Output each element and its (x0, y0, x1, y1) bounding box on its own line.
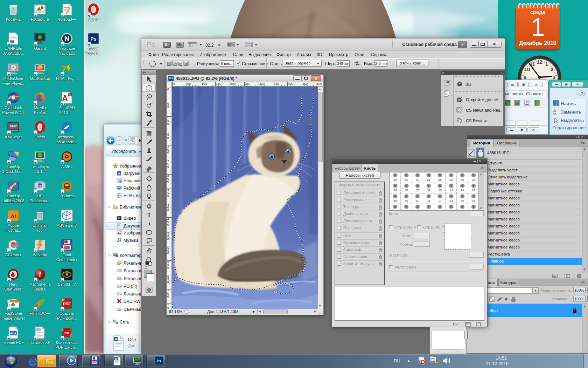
svg-text:12: 12 (537, 59, 542, 65)
svg-text:Ps: Ps (90, 36, 96, 42)
svg-text:N: N (64, 35, 69, 42)
svg-text:KMP: KMP (10, 124, 17, 128)
svg-text:PDF: PDF (63, 302, 71, 306)
svg-text:11: 11 (530, 61, 535, 67)
svg-text:hp: hp (38, 184, 42, 187)
svg-text:9: 9 (524, 74, 526, 80)
svg-text:PDF: PDF (10, 332, 16, 335)
svg-text:W: W (115, 357, 118, 360)
svg-text:Ai: Ai (11, 213, 16, 219)
svg-text:T: T (147, 212, 151, 218)
svg-text:W: W (115, 338, 118, 341)
svg-text:2: 2 (551, 66, 553, 72)
svg-text:Ps: Ps (156, 359, 161, 363)
svg-text:f: f (39, 271, 41, 278)
svg-text:10: 10 (524, 66, 530, 72)
svg-text:PDF: PDF (64, 331, 70, 335)
svg-text:текст: текст (37, 329, 42, 331)
svg-text:3: 3 (553, 74, 555, 80)
svg-text:1: 1 (545, 61, 548, 67)
svg-text:10: 10 (69, 95, 71, 97)
